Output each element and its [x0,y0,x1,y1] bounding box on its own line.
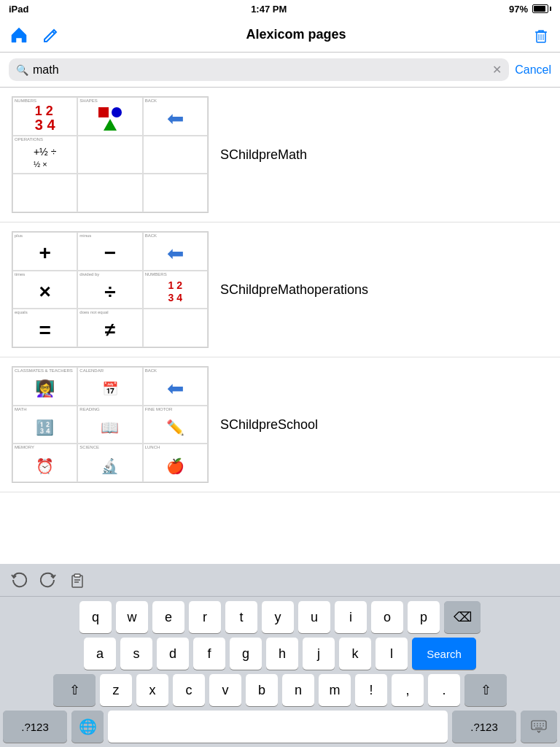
numbers-right-button[interactable]: .?123 [452,711,516,743]
key-b[interactable]: b [246,674,278,706]
key-row-4: .?123 🌐 .?123 [3,711,557,743]
trash-icon [531,25,551,45]
key-period[interactable]: . [428,674,460,706]
key-backspace[interactable]: ⌫ [444,601,481,633]
key-row-3: ⇧ z x c v b n m ! , . ⇧ [3,674,557,706]
edit-icon [41,25,61,45]
key-t[interactable]: t [225,601,257,633]
key-d[interactable]: d [157,638,189,670]
key-i[interactable]: i [335,601,367,633]
key-p[interactable]: p [408,601,440,633]
status-right: 97% [509,4,551,15]
clear-button[interactable]: ✕ [492,63,502,77]
keyboard-icon [531,720,547,733]
key-s[interactable]: s [120,638,152,670]
list-item[interactable]: NUMBERS 1 23 4 SHAPES BACK ⬅ [0,88,560,222]
undo-button[interactable] [9,570,29,590]
undo-icon [9,570,29,590]
globe-button[interactable]: 🌐 [71,711,104,743]
key-z[interactable]: z [100,674,132,706]
result-name: SChildpreMath [220,147,307,163]
key-x[interactable]: x [136,674,168,706]
key-exclaim[interactable]: ! [355,674,387,706]
status-bar: iPad 1:47 PM 97% [0,0,560,18]
nav-bar: Alexicom pages [0,18,560,53]
keyboard-dismiss-button[interactable] [521,711,557,743]
key-a[interactable]: a [84,638,116,670]
numbers-button[interactable]: .?123 [3,711,67,743]
search-button[interactable]: Search [412,638,476,670]
key-k[interactable]: k [339,638,371,670]
key-n[interactable]: n [282,674,314,706]
list-item[interactable]: CLASSMATES & TEACHERS 👩‍🏫 CALENDAR 📅 BAC… [0,357,560,492]
redo-icon [38,570,58,590]
list-item[interactable]: plus + minus − BACK ⬅ times × divided by… [0,222,560,357]
result-thumbnail: NUMBERS 1 23 4 SHAPES BACK ⬅ [12,96,209,213]
result-name: SChildpreSchool [220,417,318,433]
result-thumbnail: CLASSMATES & TEACHERS 👩‍🏫 CALENDAR 📅 BAC… [12,366,209,483]
keyboard-toolbar [0,564,560,597]
clipboard-icon [67,570,88,590]
result-name: SChildpreMathoperations [220,282,368,298]
key-g[interactable]: g [230,638,262,670]
nav-left [9,25,61,45]
key-j[interactable]: j [303,638,335,670]
key-w[interactable]: w [116,601,148,633]
search-icon: 🔍 [16,64,28,76]
key-h[interactable]: h [266,638,298,670]
time-label: 1:47 PM [251,4,287,15]
space-button[interactable] [108,711,448,743]
result-thumbnail: plus + minus − BACK ⬅ times × divided by… [12,231,209,348]
search-input[interactable] [33,63,488,77]
battery-icon [532,4,551,13]
key-y[interactable]: y [262,601,294,633]
edit-button[interactable] [41,25,61,45]
shift-right-button[interactable]: ⇧ [464,674,507,706]
home-button[interactable] [9,25,29,45]
paste-button[interactable] [67,570,88,590]
key-e[interactable]: e [152,601,184,633]
redo-button[interactable] [38,570,58,590]
trash-button[interactable] [531,25,551,45]
page-title: Alexicom pages [246,27,346,42]
key-c[interactable]: c [173,674,205,706]
shift-left-button[interactable]: ⇧ [53,674,96,706]
device-label: iPad [9,4,28,15]
search-input-wrapper: 🔍 ✕ [9,58,509,81]
key-v[interactable]: v [209,674,241,706]
svg-rect-2 [74,574,80,577]
key-l[interactable]: l [376,638,408,670]
battery-percent: 97% [509,4,528,15]
key-f[interactable]: f [193,638,225,670]
key-m[interactable]: m [319,674,351,706]
key-row-1: q w e r t y u i o p ⌫ [3,601,557,633]
search-bar: 🔍 ✕ Cancel [0,53,560,88]
key-comma[interactable]: , [392,674,424,706]
key-row-2: a s d f g h j k l Search [3,638,557,670]
keyboard-rows: q w e r t y u i o p ⌫ a s d f g h j k l … [0,597,560,747]
key-q[interactable]: q [79,601,112,633]
home-icon [9,25,29,45]
key-o[interactable]: o [371,601,403,633]
keyboard-area: q w e r t y u i o p ⌫ a s d f g h j k l … [0,564,560,747]
content-area: NUMBERS 1 23 4 SHAPES BACK ⬅ [0,88,560,569]
key-u[interactable]: u [298,601,330,633]
key-r[interactable]: r [189,601,221,633]
cancel-button[interactable]: Cancel [515,63,551,77]
